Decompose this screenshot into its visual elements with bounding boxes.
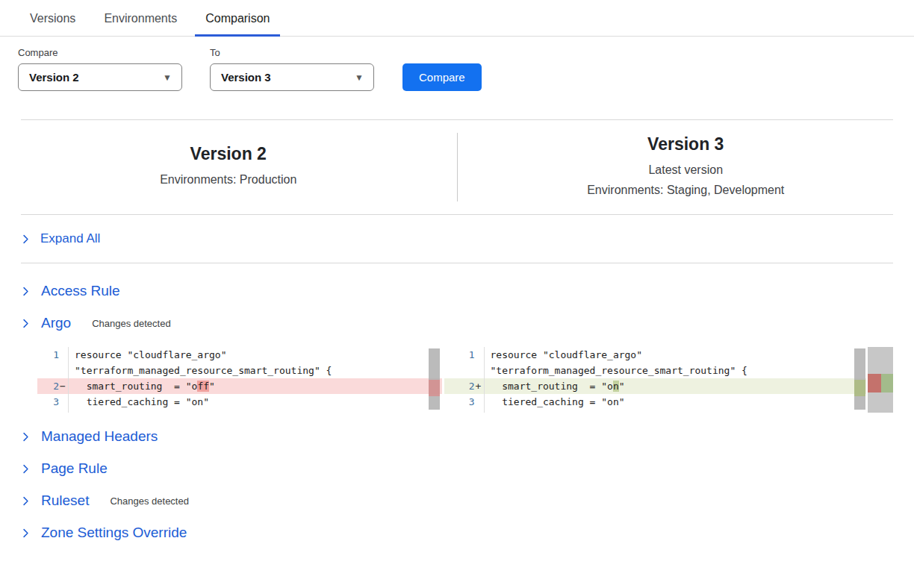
tab-comparison[interactable]: Comparison	[205, 12, 270, 36]
changes-detected-badge: Changes detected	[110, 495, 189, 507]
diff-overview-ruler[interactable]	[868, 347, 893, 413]
compare-form: Compare Version 2 ▼ To Version 3 ▼ Compa…	[0, 37, 914, 119]
diff-line: 3 tiered_caching = "on"	[444, 394, 867, 410]
right-version-subtitle: Latest version	[458, 160, 914, 180]
section-title: Zone Settings Override	[41, 525, 187, 541]
diff-line: 3 tiered_caching = "on"	[37, 394, 442, 410]
line-number-gutter: 1	[37, 347, 69, 363]
diff-line: 2− smart_routing = "off"	[37, 378, 442, 394]
version-headers: Version 2 Environments: Production Versi…	[0, 120, 914, 214]
chevron-right-icon	[21, 495, 31, 507]
diff-line: "terraform_managed_resource_smart_routin…	[37, 363, 442, 378]
left-version-title: Version 2	[0, 144, 457, 164]
expand-all-label: Expand All	[40, 231, 100, 246]
left-version-environments: Environments: Production	[0, 169, 457, 190]
diff-line: 1resource "cloudflare_argo"	[37, 347, 442, 363]
chevron-down-icon: ▼	[163, 73, 172, 82]
tab-environments[interactable]: Environments	[104, 12, 177, 36]
to-label: To	[210, 47, 374, 58]
diff-code-right: 1resource "cloudflare_argo""terraform_ma…	[444, 347, 867, 413]
diff-scrollbar-left[interactable]	[429, 348, 440, 410]
diff-line: 2+ smart_routing = "on"	[444, 378, 867, 394]
section-argo[interactable]: Argo Changes detected	[0, 315, 192, 331]
code-text: resource "cloudflare_argo"	[69, 347, 442, 363]
code-text: resource "cloudflare_argo"	[485, 347, 867, 363]
diff-change-marker	[868, 374, 893, 392]
line-number-gutter: 3	[37, 394, 69, 410]
section-page-rule[interactable]: Page Rule	[0, 460, 128, 477]
chevron-right-icon	[21, 431, 31, 442]
chevron-right-icon	[21, 286, 31, 297]
diff-line: 4}	[444, 410, 867, 413]
chevron-down-icon: ▼	[355, 73, 364, 82]
diff-scrollbar-right[interactable]	[854, 348, 865, 410]
removed-line-marker	[429, 380, 440, 396]
removed-block	[868, 374, 881, 392]
section-managed-headers[interactable]: Managed Headers	[0, 428, 178, 445]
compare-to-field: To Version 3 ▼	[210, 47, 374, 91]
code-text: "terraform_managed_resource_smart_routin…	[69, 363, 442, 378]
code-text: }	[485, 410, 867, 413]
tabbar: Versions Environments Comparison	[0, 0, 914, 37]
diff-line: 4}	[37, 410, 442, 413]
compare-from-field: Compare Version 2 ▼	[18, 47, 182, 91]
diff-line: 1resource "cloudflare_argo"	[444, 347, 867, 363]
section-zone-settings-override[interactable]: Zone Settings Override	[0, 525, 208, 541]
divider	[21, 214, 893, 215]
expand-all-toggle[interactable]: Expand All	[0, 215, 121, 263]
diff-line: "terraform_managed_resource_smart_routin…	[444, 363, 867, 378]
line-number-gutter: 3	[444, 394, 485, 410]
section-title: Argo	[41, 315, 71, 331]
section-title: Ruleset	[41, 492, 89, 509]
argo-diff: 1resource "cloudflare_argo""terraform_ma…	[37, 347, 893, 413]
line-number-gutter: 4	[444, 410, 485, 413]
diff-panel-right: 1resource "cloudflare_argo""terraform_ma…	[444, 347, 867, 413]
added-line-marker	[854, 380, 865, 396]
chevron-right-icon	[21, 463, 31, 475]
line-number-gutter: 2+	[444, 378, 485, 394]
tab-versions[interactable]: Versions	[30, 12, 75, 36]
added-block	[881, 374, 893, 392]
compare-label: Compare	[18, 47, 182, 58]
compare-from-value: Version 2	[29, 71, 79, 84]
changes-detected-badge: Changes detected	[92, 318, 171, 329]
compare-to-value: Version 3	[221, 71, 271, 84]
code-text: "terraform_managed_resource_smart_routin…	[485, 363, 867, 378]
section-access-rule[interactable]: Access Rule	[0, 283, 141, 299]
diff-panel-left: 1resource "cloudflare_argo""terraform_ma…	[37, 347, 442, 413]
code-text: }	[69, 410, 442, 413]
section-ruleset[interactable]: Ruleset Changes detected	[0, 492, 210, 509]
compare-button[interactable]: Compare	[402, 63, 482, 91]
code-text: tiered_caching = "on"	[485, 394, 867, 410]
code-text: smart_routing = "off"	[69, 378, 442, 394]
line-number-gutter	[37, 363, 69, 378]
code-text: smart_routing = "on"	[485, 378, 867, 394]
line-number-gutter	[444, 363, 485, 378]
compare-from-select[interactable]: Version 2 ▼	[18, 63, 182, 91]
right-version-environments: Environments: Staging, Development	[458, 180, 914, 200]
version-left-header: Version 2 Environments: Production	[0, 144, 457, 190]
section-title: Page Rule	[41, 460, 108, 477]
line-number-gutter: 4	[37, 410, 69, 413]
version-right-header: Version 3 Latest version Environments: S…	[458, 134, 914, 200]
right-version-title: Version 3	[458, 134, 914, 154]
line-number-gutter: 1	[444, 347, 485, 363]
chevron-right-icon	[21, 234, 31, 245]
diff-code-left: 1resource "cloudflare_argo""terraform_ma…	[37, 347, 442, 413]
comparison-page: Versions Environments Comparison Compare…	[0, 0, 914, 541]
section-title: Access Rule	[41, 283, 120, 299]
chevron-right-icon	[21, 528, 31, 539]
code-text: tiered_caching = "on"	[69, 394, 442, 410]
divider	[21, 263, 893, 263]
compare-to-select[interactable]: Version 3 ▼	[210, 63, 374, 91]
line-number-gutter: 2−	[37, 378, 69, 394]
section-title: Managed Headers	[41, 428, 158, 445]
chevron-right-icon	[21, 318, 31, 329]
